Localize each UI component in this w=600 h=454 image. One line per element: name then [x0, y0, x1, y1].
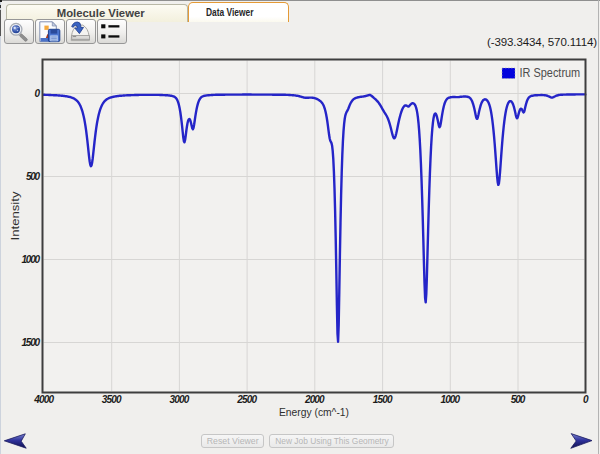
svg-text:1500: 1500 — [22, 337, 41, 348]
svg-text:2000: 2000 — [304, 394, 325, 405]
svg-text:3000: 3000 — [170, 394, 190, 405]
svg-text:Intensity: Intensity — [9, 191, 21, 240]
svg-text:Energy (cm^-1): Energy (cm^-1) — [279, 406, 349, 418]
svg-text:500: 500 — [26, 171, 41, 182]
svg-text:0: 0 — [583, 394, 589, 405]
svg-text:2500: 2500 — [236, 394, 257, 405]
svg-text:1000: 1000 — [440, 394, 460, 405]
svg-text:3500: 3500 — [102, 394, 122, 405]
svg-text:1500: 1500 — [373, 394, 393, 405]
svg-text:4000: 4000 — [33, 394, 54, 405]
svg-text:0: 0 — [34, 88, 40, 99]
svg-text:IR Spectrum: IR Spectrum — [520, 66, 581, 80]
svg-text:1000: 1000 — [22, 254, 41, 265]
svg-text:500: 500 — [511, 394, 526, 405]
